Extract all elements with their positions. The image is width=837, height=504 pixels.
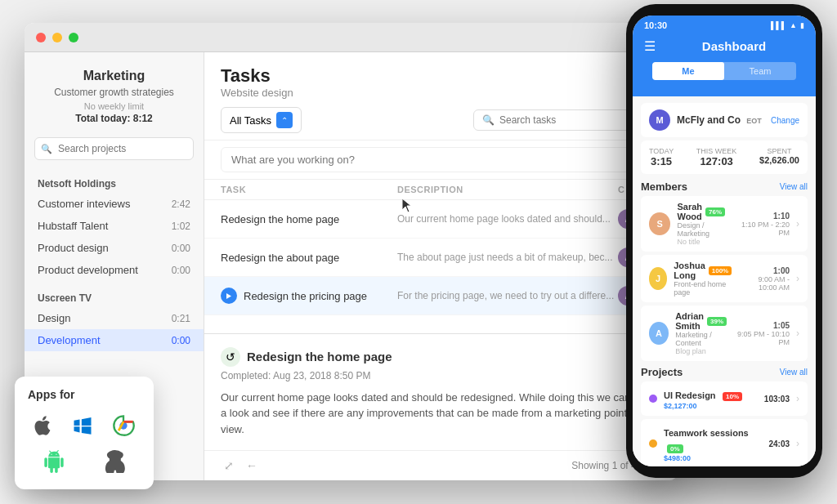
view-all-projects-button[interactable]: View all xyxy=(780,368,808,377)
apps-tooltip-title: Apps for xyxy=(28,388,141,401)
sidebar-item-hubstaff-talent[interactable]: Hubstaff Talent 1:02 xyxy=(25,215,204,237)
member-card-adrian[interactable]: A Adrian Smith 39% Marketing / Content B… xyxy=(641,306,808,361)
table-row[interactable]: Redesign the home page Our current home … xyxy=(204,200,678,239)
members-title: Members xyxy=(641,181,687,193)
phone-body: M McFly and Co EOT Change TODAY 3:15 THI… xyxy=(633,96,816,466)
search-icon: 🔍 xyxy=(482,114,495,126)
sidebar-item-customer-interviews[interactable]: Customer inteviews 2:42 xyxy=(25,193,204,215)
task-detail-icon: ↺ xyxy=(221,347,240,367)
task-detail-panel: ↺ Redesign the home page Completed: Aug … xyxy=(204,333,678,451)
phone-company-row: M McFly and Co EOT Change xyxy=(641,103,808,137)
member-badge: 76% xyxy=(705,207,725,216)
projects-section-header: Projects View all xyxy=(641,366,808,378)
member-time: 1:05 9:05 PM - 10:10 PM xyxy=(733,321,790,346)
task-input-field[interactable] xyxy=(221,147,662,172)
avatar: S xyxy=(649,212,670,235)
chrome-icon[interactable] xyxy=(109,411,138,440)
search-input[interactable] xyxy=(34,137,194,160)
member-info: Sarah Wood 76% Design / Marketing No tit… xyxy=(677,202,725,246)
task-search-input[interactable] xyxy=(499,114,622,126)
task-input-row xyxy=(204,140,678,180)
member-card-sarah[interactable]: S Sarah Wood 76% Design / Marketing No t… xyxy=(641,196,808,252)
task-detail-completed: Completed: Aug 23, 2018 8:50 PM xyxy=(221,370,662,381)
apple-icon[interactable] xyxy=(28,411,57,440)
sidebar-no-limit: No weekly limit xyxy=(38,101,190,111)
content-header: Tasks Website design All Tasks ⌃ 🔍 + xyxy=(204,52,678,140)
member-info: Adrian Smith 39% Marketing / Content Blo… xyxy=(675,311,727,355)
phone-stats-row: TODAY 3:15 THIS WEEK 127:03 SPENT $2,626… xyxy=(641,140,808,174)
task-name: Redesign the home page xyxy=(221,213,397,225)
phone-status-icons: ▌▌▌ ▲ ▮ xyxy=(771,21,804,29)
footer-icons: ⤢ ← xyxy=(221,457,260,474)
maximize-button[interactable] xyxy=(69,33,78,42)
page-title: Tasks xyxy=(221,65,662,87)
chevron-right-icon: › xyxy=(796,393,799,404)
hamburger-icon[interactable]: ☰ xyxy=(644,38,656,54)
company-avatar: M xyxy=(649,109,670,131)
sidebar-group-netsoft: Netsoft Holdings Customer inteviews 2:42… xyxy=(25,173,204,281)
close-button[interactable] xyxy=(36,33,46,42)
sidebar-group-label-netsoft: Netsoft Holdings xyxy=(25,173,204,193)
project-info: UI Redesign 10% $2,127:00 xyxy=(664,387,758,410)
table-row-playing[interactable]: Redesign the pricing page For the pricin… xyxy=(204,277,678,315)
avatar: J xyxy=(649,267,667,290)
toolbar: All Tasks ⌃ 🔍 + xyxy=(221,107,662,133)
task-detail-description: Our current home page looks dated and sh… xyxy=(221,390,662,438)
eot-badge: EOT xyxy=(746,117,762,125)
task-search-container: 🔍 xyxy=(473,109,631,131)
members-section-header: Members View all xyxy=(641,181,808,193)
member-badge: 100% xyxy=(709,266,732,275)
minimize-button[interactable] xyxy=(52,33,62,42)
collapse-icon[interactable]: ← xyxy=(244,457,260,474)
sidebar-total: Total today: 8:12 xyxy=(38,113,190,124)
projects-title: Projects xyxy=(641,366,683,378)
chevron-right-icon: › xyxy=(796,273,799,284)
sidebar-item-uscreen-design[interactable]: Design 0:21 xyxy=(25,307,204,329)
traffic-lights xyxy=(36,33,78,42)
task-detail-header: ↺ Redesign the home page xyxy=(221,347,662,367)
toggle-me-button[interactable]: Me xyxy=(652,62,724,80)
member-card-joshua[interactable]: J Joshua Long 100% Front-end home page 1… xyxy=(641,255,808,302)
member-badge: 39% xyxy=(707,317,727,326)
view-all-members-button[interactable]: View all xyxy=(780,182,808,191)
sidebar-title: Marketing xyxy=(38,69,190,83)
expand-icon[interactable]: ⤢ xyxy=(221,457,237,474)
search-icon: 🔍 xyxy=(41,144,52,154)
filter-dropdown[interactable]: All Tasks ⌃ xyxy=(221,107,302,133)
main-content: Tasks Website design All Tasks ⌃ 🔍 + xyxy=(204,52,678,480)
phone-header: ☰ Dashboard xyxy=(633,33,816,62)
chevron-right-icon: › xyxy=(796,218,799,230)
chevron-right-icon: › xyxy=(796,438,799,449)
project-dot xyxy=(649,395,657,403)
sidebar-item-uscreen-development[interactable]: Development 0:00 xyxy=(25,329,204,351)
wifi-icon: ▲ xyxy=(790,21,797,29)
windows-icon[interactable] xyxy=(68,411,97,440)
project-card-ui-redesign[interactable]: UI Redesign 10% $2,127:00 103:03 › xyxy=(641,381,808,416)
title-bar: ··· xyxy=(25,23,678,52)
phone-status-bar: 10:30 ▌▌▌ ▲ ▮ xyxy=(633,16,816,33)
member-time: 1:00 9:00 AM - 10:00 AM xyxy=(738,266,790,292)
sidebar-header: Marketing Customer growth strategies No … xyxy=(25,52,204,137)
change-company-button[interactable]: Change xyxy=(771,116,799,125)
stat-this-week: THIS WEEK 127:03 xyxy=(696,147,737,167)
sidebar-item-product-design[interactable]: Product design 0:00 xyxy=(25,237,204,259)
sidebar-group-label-uscreen: Uscreen TV xyxy=(25,288,204,307)
phone-time: 10:30 xyxy=(644,20,667,30)
task-name: Redesign the pricing page xyxy=(221,288,397,304)
android-icon[interactable] xyxy=(39,447,69,476)
task-detail-title: Redesign the home page xyxy=(247,350,392,364)
project-info: Teamwork sessions 0% $498:00 xyxy=(664,425,762,462)
sidebar-search-container: 🔍 xyxy=(34,137,194,160)
linux-icon[interactable] xyxy=(100,447,129,476)
play-icon[interactable] xyxy=(221,288,237,304)
apps-icons-row-2 xyxy=(28,447,141,476)
toggle-team-button[interactable]: Team xyxy=(724,62,796,80)
project-card-teamwork[interactable]: Teamwork sessions 0% $498:00 24:03 › xyxy=(641,419,808,466)
sidebar-item-product-development[interactable]: Product development 0:00 xyxy=(25,259,204,281)
company-name: McFly and Co EOT xyxy=(677,114,771,126)
member-time: 1:10 1:10 PM - 2:20 PM xyxy=(732,212,790,237)
avatar: A xyxy=(649,322,669,345)
table-row[interactable]: Redesign the about page The about page j… xyxy=(204,239,678,277)
member-info: Joshua Long 100% Front-end home page xyxy=(674,261,732,297)
phone-screen: 10:30 ▌▌▌ ▲ ▮ ☰ Dashboard Me Team M xyxy=(633,16,816,466)
